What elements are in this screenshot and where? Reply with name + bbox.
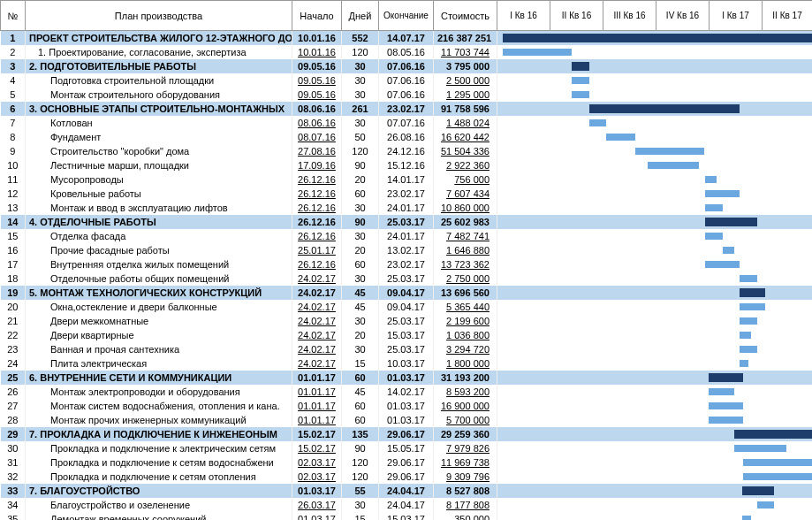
days: 30 <box>342 73 379 88</box>
days: 261 <box>342 102 379 116</box>
end-date: 25.03.17 <box>379 314 434 328</box>
gantt-cell <box>497 455 813 470</box>
end-date: 15.03.17 <box>379 512 434 521</box>
task-row: 18Отделочные работы общих помещений24.02… <box>1 271 813 286</box>
task-row: 10Лестничные марши, площадки17.09.169015… <box>1 158 813 172</box>
cost: 16 900 000 <box>434 399 497 413</box>
section-row: 63. ОСНОВНЫЕ ЭТАПЫ СТРОИТЕЛЬНО-МОНТАЖНЫХ… <box>1 102 813 116</box>
end-date: 15.12.16 <box>379 158 434 172</box>
row-number: 15 <box>1 229 26 243</box>
gantt-cell <box>497 144 813 158</box>
days: 30 <box>342 498 379 512</box>
col-q2-17: II Кв 17 <box>763 1 813 31</box>
task-row: 11Мусоропроводы26.12.162014.01.17756 000 <box>1 172 813 187</box>
gantt-cell <box>497 88 813 102</box>
gantt-bar <box>705 233 723 240</box>
task-name: Прокладка и подключение к электрическим … <box>26 441 292 455</box>
days: 15 <box>342 356 379 371</box>
cost: 29 259 360 <box>434 427 497 441</box>
start-date: 08.06.16 <box>292 116 342 130</box>
start-date: 10.01.16 <box>292 31 342 45</box>
days: 30 <box>342 342 379 356</box>
end-date: 14.07.17 <box>379 31 434 45</box>
gantt-bar <box>705 218 757 226</box>
row-number: 24 <box>1 356 26 371</box>
gantt-bar <box>740 288 765 297</box>
end-date: 25.03.17 <box>379 215 434 229</box>
gantt-cell <box>497 73 813 88</box>
start-date: 09.05.16 <box>292 88 342 102</box>
task-name: 5. МОНТАЖ ТЕХНОЛОГИЧЕСКИХ КОНСТРУКЦИЙ <box>26 286 292 300</box>
row-number: 1 <box>1 31 26 45</box>
gantt-bar <box>572 77 589 84</box>
task-name: 2. ПОДГОТОВИТЕЛЬНЫЕ РАБОТЫ <box>26 59 292 73</box>
days: 45 <box>342 286 379 300</box>
task-name: 3. ОСНОВНЫЕ ЭТАПЫ СТРОИТЕЛЬНО-МОНТАЖНЫХ <box>26 102 292 116</box>
end-date: 07.07.16 <box>379 116 434 130</box>
cost: 2 922 360 <box>434 158 497 172</box>
task-row: 17Внутренняя отделка жилых помещений26.1… <box>1 257 813 271</box>
cost: 756 000 <box>434 172 497 187</box>
gantt-cell <box>497 243 813 257</box>
days: 120 <box>342 144 379 158</box>
gantt-bar <box>503 49 572 56</box>
cost: 2 750 000 <box>434 271 497 286</box>
gantt-cell <box>497 300 813 314</box>
gantt-cell <box>497 512 813 521</box>
start-date: 15.02.17 <box>292 427 342 441</box>
start-date: 02.03.17 <box>292 455 342 470</box>
task-name: Монтаж строительного оборудования <box>26 88 292 102</box>
gantt-cell <box>497 229 813 243</box>
days: 60 <box>342 257 379 271</box>
gantt-cell <box>497 130 813 144</box>
cost: 1 036 800 <box>434 328 497 342</box>
row-number: 20 <box>1 300 26 314</box>
cost: 1 295 000 <box>434 88 497 102</box>
gantt-bar <box>635 148 704 155</box>
task-row: 22Двери квартирные24.02.172015.03.171 03… <box>1 328 813 342</box>
end-date: 25.03.17 <box>379 342 434 356</box>
section-row: 144. ОТДЕЛОЧНЫЕ РАБОТЫ26.12.169025.03.17… <box>1 215 813 229</box>
section-row: 256. ВНУТРЕННИЕ СЕТИ И КОММУНИКАЦИИ01.01… <box>1 371 813 385</box>
task-row: 16Прочие фасадные работы25.01.172013.02.… <box>1 243 813 257</box>
row-number: 30 <box>1 441 26 455</box>
days: 90 <box>342 215 379 229</box>
start-date: 01.03.17 <box>292 484 342 498</box>
gantt-bar <box>740 303 765 310</box>
gantt-cell <box>497 427 813 441</box>
gantt-cell <box>497 59 813 73</box>
gantt-cell <box>497 470 813 484</box>
days: 90 <box>342 158 379 172</box>
gantt-bar <box>723 247 734 254</box>
gantt-cell <box>497 286 813 300</box>
task-row: 15Отделка фасада26.12.163024.01.177 482 … <box>1 229 813 243</box>
start-date: 26.12.16 <box>292 215 342 229</box>
section-row: 195. МОНТАЖ ТЕХНОЛОГИЧЕСКИХ КОНСТРУКЦИЙ2… <box>1 286 813 300</box>
start-date: 24.02.17 <box>292 314 342 328</box>
task-name: Двери межкомнатные <box>26 314 292 328</box>
days: 60 <box>342 399 379 413</box>
end-date: 29.06.17 <box>379 470 434 484</box>
task-name: Котлован <box>26 116 292 130</box>
gantt-cell <box>497 413 813 427</box>
gantt-cell <box>497 201 813 215</box>
cost: 7 607 434 <box>434 187 497 201</box>
gantt-bar <box>709 417 743 424</box>
start-date: 24.02.17 <box>292 286 342 300</box>
cost: 3 795 000 <box>434 59 497 73</box>
cost: 13 696 560 <box>434 286 497 300</box>
task-name: Прочие фасадные работы <box>26 243 292 257</box>
days: 30 <box>342 59 379 73</box>
task-name: 7. БЛАГОУСТРОЙСТВО <box>26 484 292 498</box>
gantt-bar <box>743 473 812 480</box>
end-date: 25.03.17 <box>379 271 434 286</box>
task-row: 26Монтаж электропроводки и оборудования0… <box>1 385 813 399</box>
days: 45 <box>342 385 379 399</box>
end-date: 14.01.17 <box>379 172 434 187</box>
row-number: 23 <box>1 342 26 356</box>
start-date: 01.01.17 <box>292 413 342 427</box>
days: 30 <box>342 116 379 130</box>
row-number: 5 <box>1 88 26 102</box>
task-name: ПРОЕКТ СТРОИТЕЛЬСТВА ЖИЛОГО 12-ЭТАЖНОГО … <box>26 31 292 45</box>
task-name: Ванная и прочая сантехника <box>26 342 292 356</box>
